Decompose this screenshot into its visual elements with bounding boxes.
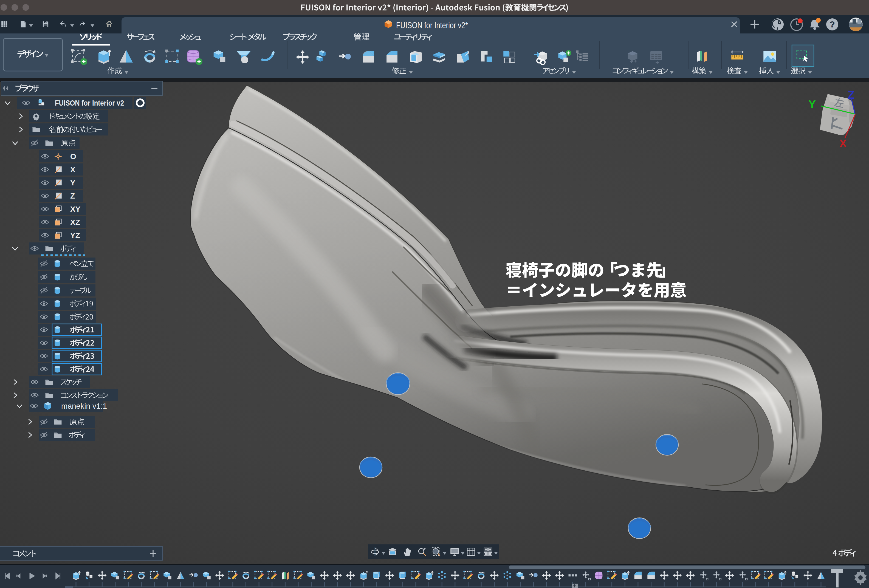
svg-text:XZ: XZ (70, 218, 80, 227)
svg-text:Z: Z (848, 89, 854, 101)
svg-text:YZ: YZ (70, 231, 80, 240)
svg-text:X: X (839, 138, 847, 150)
svg-text:Z: Z (70, 192, 75, 200)
svg-text:XY: XY (70, 205, 81, 213)
svg-text:FUISON for Interior v2: FUISON for Interior v2 (55, 99, 124, 107)
svg-text:FUISON for Interior v2*: FUISON for Interior v2* (396, 21, 468, 30)
svg-text:X: X (70, 165, 76, 174)
svg-text:?: ? (829, 19, 835, 30)
svg-text:Y: Y (70, 179, 76, 187)
svg-text:O: O (70, 152, 76, 161)
svg-text:Y: Y (808, 98, 816, 110)
svg-text:manekin v1:1: manekin v1:1 (61, 402, 107, 410)
